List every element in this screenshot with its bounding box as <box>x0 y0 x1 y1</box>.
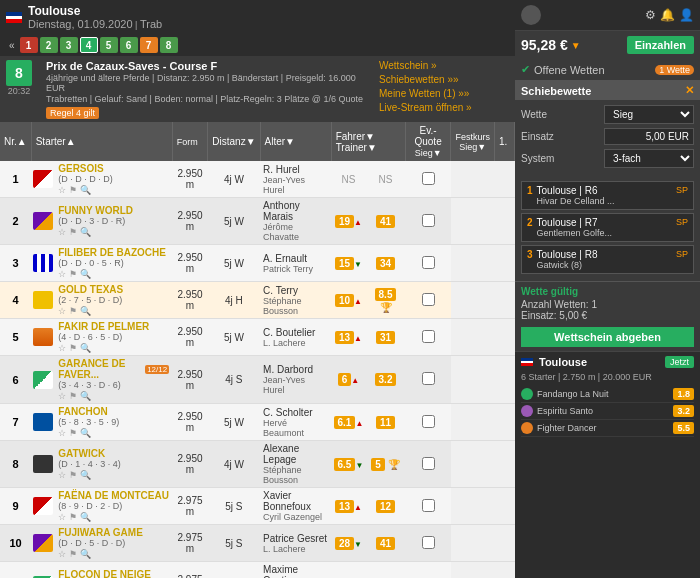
first-checkbox[interactable] <box>422 172 435 185</box>
first-checkbox[interactable] <box>422 330 435 343</box>
race-tab-5[interactable]: 5 <box>100 37 118 53</box>
star-icon[interactable]: ☆ <box>58 185 66 195</box>
flag-icon-small[interactable]: ⚑ <box>69 512 77 522</box>
starter-name[interactable]: FANCHON <box>58 406 107 417</box>
fest-sieg-cell: NS <box>366 161 406 198</box>
starter-name[interactable]: GARANCE DE FAVER... <box>58 358 142 380</box>
race-tab-8[interactable]: 8 <box>160 37 178 53</box>
search-icon[interactable]: 🔍 <box>80 185 91 195</box>
starter-name[interactable]: GOLD TEXAS <box>58 284 123 295</box>
fest-sieg-cell: 5 🏆 <box>366 441 406 488</box>
search-icon[interactable]: 🔍 <box>80 512 91 522</box>
meine-wetten-link[interactable]: Meine Wetten (1) »» <box>379 88 469 99</box>
offene-wetten-label: Offene Wetten <box>534 64 605 76</box>
livestream-link[interactable]: Live-Stream öffnen » <box>379 102 472 113</box>
schiebewetten-link[interactable]: Schiebewetten »» <box>379 74 459 85</box>
starter-name[interactable]: GATWICK <box>58 448 105 459</box>
dist-cell: 2.950 m <box>172 161 208 198</box>
flag-icon-small[interactable]: ⚑ <box>69 428 77 438</box>
wettschein-link[interactable]: Wettschein » <box>379 60 437 71</box>
silks-cell <box>31 198 55 245</box>
silks-cell <box>31 356 55 404</box>
item-race: Toulouse | R7 <box>537 217 676 228</box>
star-icon[interactable]: ☆ <box>58 512 66 522</box>
course-header: 8 20:32 Prix de Cazaux-Saves - Course F … <box>0 56 515 122</box>
first-checkbox[interactable] <box>422 214 435 227</box>
star-icon[interactable]: ☆ <box>58 269 66 279</box>
starter-name[interactable]: FAËNA DE MONTCEAU <box>58 490 169 501</box>
first-checkbox[interactable] <box>422 293 435 306</box>
first-checkbox[interactable] <box>422 457 435 470</box>
alter-cell: 5j S <box>208 488 260 525</box>
toulouse-sub: 6 Starter | 2.750 m | 20.000 EUR <box>521 372 694 382</box>
col-fahrer[interactable]: Fahrer▼ Trainer▼ <box>331 122 405 161</box>
tab-nav-left[interactable]: « <box>6 39 18 52</box>
race-tab-2[interactable]: 2 <box>40 37 58 53</box>
first-checkbox[interactable] <box>422 256 435 269</box>
first-checkbox[interactable] <box>422 536 435 549</box>
starter-name[interactable]: FILIBER DE BAZOCHE <box>58 247 166 258</box>
flag-icon-small[interactable]: ⚑ <box>69 269 77 279</box>
star-icon[interactable]: ☆ <box>58 391 66 401</box>
flag-icon-small[interactable]: ⚑ <box>69 185 77 195</box>
close-icon[interactable]: ✕ <box>685 84 694 97</box>
flag-icon-small[interactable]: ⚑ <box>69 343 77 353</box>
fest-sieg-cell: 41 <box>366 198 406 245</box>
starter-name[interactable]: FUNNY WORLD <box>58 205 133 216</box>
race-tab-3[interactable]: 3 <box>60 37 78 53</box>
flag-icon-small[interactable]: ⚑ <box>69 391 77 401</box>
starter-cell: FAKIR DE PELMER (4 · D · 6 · 5 · D) ☆ ⚑ … <box>55 319 172 356</box>
col-starter[interactable]: Starter▲ <box>31 122 172 161</box>
wettschein-abgeben-button[interactable]: Wettschein abgeben <box>521 327 694 347</box>
flag-icon-small[interactable]: ⚑ <box>69 306 77 316</box>
course-time: 20:32 <box>8 86 31 96</box>
user-icon[interactable]: 👤 <box>679 8 694 22</box>
star-icon[interactable]: ☆ <box>58 549 66 559</box>
flag-icon-small[interactable]: ⚑ <box>69 549 77 559</box>
race-tab-1[interactable]: 1 <box>20 37 38 53</box>
alter-cell: 5j W <box>208 245 260 282</box>
search-icon[interactable]: 🔍 <box>80 549 91 559</box>
search-icon[interactable]: 🔍 <box>80 391 91 401</box>
item-race: Toulouse | R8 <box>537 249 676 260</box>
starter-name[interactable]: FLOCON DE NEIGE <box>58 569 151 578</box>
fahrer-cell: C. Terry Stéphane Bousson <box>260 282 331 319</box>
search-icon[interactable]: 🔍 <box>80 269 91 279</box>
star-icon[interactable]: ☆ <box>58 470 66 480</box>
search-icon[interactable]: 🔍 <box>80 306 91 316</box>
einzahlen-button[interactable]: Einzahlen <box>627 36 694 54</box>
search-icon[interactable]: 🔍 <box>80 343 91 353</box>
col-nr[interactable]: Nr.▲ <box>0 122 31 161</box>
fahrer-cell: C. Scholter Hervé Beaumont <box>260 404 331 441</box>
first-checkbox[interactable] <box>422 372 435 385</box>
first-cell <box>405 441 451 488</box>
starter-name[interactable]: FAKIR DE PELMER <box>58 321 149 332</box>
starter-name[interactable]: GERSOIS <box>58 163 104 174</box>
system-select[interactable]: 3-fach <box>604 149 694 168</box>
star-icon[interactable]: ☆ <box>58 306 66 316</box>
search-icon[interactable]: 🔍 <box>80 428 91 438</box>
first-checkbox[interactable] <box>422 415 435 428</box>
bell-icon[interactable]: 🔔 <box>660 8 675 22</box>
einsatz-input[interactable] <box>604 128 694 145</box>
gear-icon[interactable]: ⚙ <box>645 8 656 22</box>
race-tab-4[interactable]: 4 <box>80 37 98 53</box>
silks-cell <box>31 319 55 356</box>
race-tab-6[interactable]: 6 <box>120 37 138 53</box>
toulouse-title: Toulouse <box>521 356 587 368</box>
dist-cell: 2.950 m <box>172 198 208 245</box>
star-icon[interactable]: ☆ <box>58 227 66 237</box>
silks-cell <box>31 282 55 319</box>
wette-select[interactable]: Sieg <box>604 105 694 124</box>
first-checkbox[interactable] <box>422 499 435 512</box>
star-icon[interactable]: ☆ <box>58 428 66 438</box>
search-icon[interactable]: 🔍 <box>80 227 91 237</box>
flag-icon-small[interactable]: ⚑ <box>69 227 77 237</box>
col-distanz[interactable]: Distanz▼ <box>208 122 260 161</box>
search-icon[interactable]: 🔍 <box>80 470 91 480</box>
star-icon[interactable]: ☆ <box>58 343 66 353</box>
starter-name[interactable]: FUJIWARA GAME <box>58 527 143 538</box>
flag-icon-small[interactable]: ⚑ <box>69 470 77 480</box>
col-alter[interactable]: Alter▼ <box>260 122 331 161</box>
race-tab-7[interactable]: 7 <box>140 37 158 53</box>
